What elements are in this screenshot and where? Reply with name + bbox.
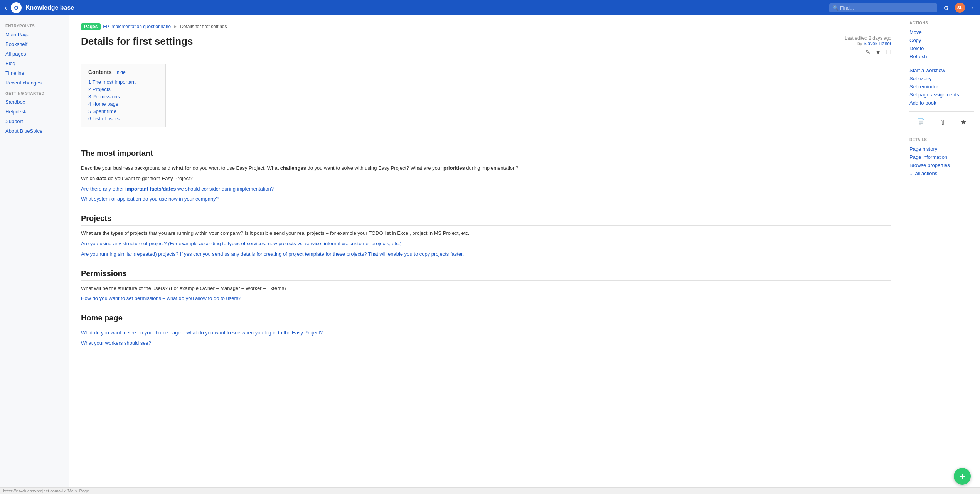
action-set-reminder[interactable]: Set reminder (909, 83, 974, 91)
action-set-expiry[interactable]: Set expiry (909, 74, 974, 83)
details-label: DETAILS (909, 138, 974, 142)
settings-button[interactable]: ⚙ (941, 3, 951, 12)
page-meta-block: Last edited 2 days ago by Slavek Lizner … (845, 35, 891, 56)
breadcrumb-pages-badge[interactable]: Pages (81, 23, 101, 30)
action-start-workflow[interactable]: Start a workflow (909, 66, 974, 74)
topnav: ‹ O Knowledge base 🔍 ⚙ SL › (0, 0, 980, 15)
section-para-4-1: What do you want to see on your home pag… (81, 329, 891, 337)
sidebar-item-aboutbluespice[interactable]: About BlueSpice (0, 126, 69, 136)
time-ago: 2 days ago (869, 35, 891, 41)
copy-page-button[interactable]: ☐ (885, 48, 891, 56)
toc-link-4[interactable]: 4 Home page (88, 101, 118, 107)
details-divider (909, 133, 974, 133)
detail-page-information[interactable]: Page information (909, 153, 974, 161)
page-header: Details for first settings Last edited 2… (81, 35, 891, 56)
section-para-4-2: What your workers should see? (81, 339, 891, 347)
detail-all-actions[interactable]: ... all actions (909, 169, 974, 177)
icon-row: 📄 ⇧ ★ (909, 116, 974, 128)
page-meta: Last edited 2 days ago by Slavek Lizner (845, 35, 891, 46)
right-panel: ACTIONS Move Copy Delete Refresh Start a… (903, 15, 980, 487)
app-title: Knowledge base (25, 4, 74, 11)
doc-icon-btn[interactable]: 📄 (915, 116, 927, 128)
by-prefix: by (857, 41, 862, 46)
content-area: Pages EP implementation questionnaire ► … (69, 15, 903, 487)
section-para-1-4: What system or application do you use no… (81, 195, 891, 203)
toc-list: 1 The most important 2 Projects 3 Permis… (88, 78, 158, 122)
edit-chevron-button[interactable]: ▼ (874, 48, 882, 56)
toc-item-1: 1 The most important (88, 78, 158, 86)
page-title: Details for first settings (81, 35, 193, 47)
toc-item-2: 2 Projects (88, 86, 158, 93)
status-url: https://es-kb.easyproject.com/wiki/Main_… (3, 489, 89, 493)
page-meta-actions: ✎ ▼ ☐ (845, 48, 891, 56)
action-move[interactable]: Move (909, 28, 974, 36)
entrypoints-label: ENTRYPOINTS (0, 20, 69, 30)
topnav-left: ‹ O Knowledge base (5, 2, 74, 13)
sidebar-item-timeline[interactable]: Timeline (0, 68, 69, 78)
action-refresh[interactable]: Refresh (909, 52, 974, 61)
toc-link-6[interactable]: 6 List of users (88, 116, 120, 121)
sidebar-item-bookshelf[interactable]: Bookshelf (0, 39, 69, 49)
section-para-2-1: What are the types of projects that you … (81, 229, 891, 238)
section-para-1-1: Describe your business background and wh… (81, 164, 891, 172)
avatar[interactable]: SL (955, 3, 965, 13)
share-icon-btn[interactable]: ⇧ (938, 116, 947, 128)
actions-divider (909, 111, 974, 112)
search-wrap: 🔍 (829, 3, 937, 12)
toc-item-6: 6 List of users (88, 115, 158, 122)
toc-link-5[interactable]: 5 Spent time (88, 108, 116, 114)
topnav-right: 🔍 ⚙ SL › (829, 3, 975, 13)
action-delete[interactable]: Delete (909, 44, 974, 52)
sidebar: ENTRYPOINTS Main Page Bookshelf All page… (0, 15, 69, 487)
logo[interactable]: O (11, 2, 22, 13)
toc-link-1[interactable]: 1 The most important (88, 79, 136, 85)
toc-item-5: 5 Spent time (88, 108, 158, 115)
sidebar-item-mainpage[interactable]: Main Page (0, 30, 69, 39)
toc-link-2[interactable]: 2 Projects (88, 86, 111, 92)
edit-button[interactable]: ✎ (865, 48, 871, 56)
status-bar: https://es-kb.easyproject.com/wiki/Main_… (0, 487, 980, 494)
breadcrumb: Pages EP implementation questionnaire ► … (81, 23, 891, 30)
sidebar-item-allpages[interactable]: All pages (0, 49, 69, 59)
toc-item-3: 3 Permissions (88, 93, 158, 100)
main-layout: ENTRYPOINTS Main Page Bookshelf All page… (0, 15, 980, 487)
sidebar-item-blog[interactable]: Blog (0, 59, 69, 68)
search-icon: 🔍 (832, 5, 839, 11)
section-heading-4: Home page (81, 314, 891, 325)
actions-label: ACTIONS (909, 21, 974, 25)
breadcrumb-parent[interactable]: EP implementation questionnaire (103, 24, 171, 29)
section-para-3-2: How do you want to set permissions – wha… (81, 295, 891, 303)
sidebar-item-helpdesk[interactable]: Helpdesk (0, 107, 69, 116)
section-para-2-2: Are you using any structure of project? … (81, 240, 891, 248)
section-heading-1: The most important (81, 149, 891, 160)
contents-title: Contents [hide] (88, 69, 158, 75)
star-icon-btn[interactable]: ★ (959, 116, 968, 128)
hide-toc-link[interactable]: [hide] (116, 70, 127, 75)
breadcrumb-current: Details for first settings (180, 24, 227, 29)
detail-browse-properties[interactable]: Browse properties (909, 161, 974, 169)
author-name: Slavek Lizner (864, 41, 891, 46)
last-edited-prefix: Last edited (845, 35, 867, 41)
section-para-1-3: Are there any other important facts/date… (81, 185, 891, 193)
section-para-3-1: What will be the structure of the users?… (81, 285, 891, 293)
fab-add-button[interactable]: + (954, 468, 971, 485)
detail-page-history[interactable]: Page history (909, 145, 974, 153)
sidebar-item-support[interactable]: Support (0, 116, 69, 126)
toc-link-3[interactable]: 3 Permissions (88, 94, 120, 99)
sidebar-item-recentchanges[interactable]: Recent changes (0, 78, 69, 88)
action-add-to-book[interactable]: Add to book (909, 99, 974, 107)
getting-started-label: GETTING STARTED (0, 88, 69, 97)
section-heading-2: Projects (81, 214, 891, 226)
toc-item-4: 4 Home page (88, 100, 158, 108)
section-para-2-3: Are you running similar (repeated) proje… (81, 250, 891, 258)
action-set-page-assignments[interactable]: Set page assignments (909, 91, 974, 99)
sidebar-item-sandbox[interactable]: Sandbox (0, 97, 69, 107)
back-icon[interactable]: ‹ (5, 4, 7, 12)
expand-icon[interactable]: › (969, 3, 975, 12)
fab-plus-icon: + (959, 470, 965, 482)
breadcrumb-sep: ► (173, 24, 178, 29)
section-para-1-2: Which data do you want to get from Easy … (81, 175, 891, 183)
contents-box: Contents [hide] 1 The most important 2 P… (81, 64, 166, 127)
action-copy[interactable]: Copy (909, 36, 974, 44)
search-input[interactable] (829, 3, 937, 12)
